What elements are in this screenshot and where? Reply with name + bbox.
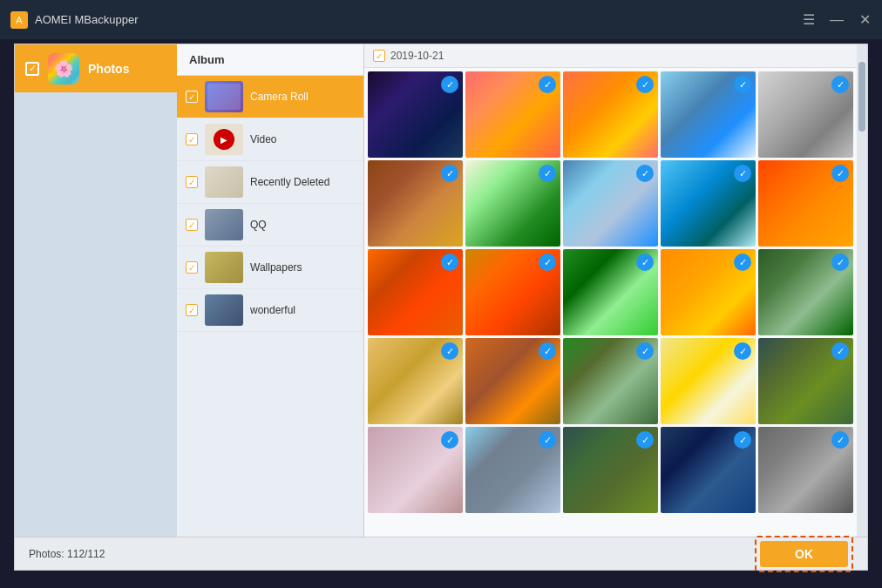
scrollbar-thumb[interactable] <box>858 62 865 132</box>
photo-cell-23[interactable]: ✓ <box>563 427 658 513</box>
left-panel-content <box>15 92 177 537</box>
wonderful-checkbox[interactable]: ✓ <box>186 304 198 316</box>
photo-cell-24[interactable]: ✓ <box>661 427 756 513</box>
album-item-camera-roll[interactable]: ✓ Camera Roll <box>177 76 363 118</box>
qq-label: QQ <box>250 219 355 231</box>
photos-section-header[interactable]: ✓ 🌸 Photos <box>15 44 177 92</box>
photo-checkmark: ✓ <box>831 76 849 93</box>
photos-checkbox[interactable]: ✓ <box>25 62 39 76</box>
content-area: ✓ 🌸 Photos Album ✓ Camera Roll ✓ <box>15 44 867 537</box>
album-item-video[interactable]: ✓ ▶ Video <box>177 118 363 161</box>
wonderful-thumbnail <box>205 294 243 326</box>
recently-deleted-checkbox[interactable]: ✓ <box>186 176 198 188</box>
photo-cell-21[interactable]: ✓ <box>368 427 463 513</box>
photo-cell-7[interactable]: ✓ <box>465 160 560 247</box>
photo-cell-13[interactable]: ✓ <box>563 249 658 335</box>
photo-checkmark: ✓ <box>539 76 556 93</box>
app-icon: A <box>10 11 28 29</box>
camera-roll-checkbox[interactable]: ✓ <box>186 91 198 103</box>
wallpapers-checkbox[interactable]: ✓ <box>186 261 198 274</box>
video-thumbnail: ▶ <box>205 124 243 155</box>
menu-icon[interactable]: ☰ <box>802 13 816 27</box>
photo-cell-11[interactable]: ✓ <box>368 249 463 335</box>
photo-cell-16[interactable]: ✓ <box>368 338 463 424</box>
photo-cell-5[interactable]: ✓ <box>758 71 853 158</box>
wallpapers-thumbnail <box>205 252 243 283</box>
date-header: ✓ 2019-10-21 <box>364 44 857 68</box>
date-label: 2019-10-21 <box>390 50 444 62</box>
photos-label: Photos <box>88 62 129 76</box>
app-title-area: A AOMEI MBackupper <box>10 11 139 29</box>
camera-roll-label: Camera Roll <box>250 91 355 103</box>
photos-icon: 🌸 <box>48 53 79 84</box>
status-text: Photos: 112/112 <box>29 548 105 560</box>
video-label: Video <box>250 133 355 145</box>
photo-cell-18[interactable]: ✓ <box>563 338 658 424</box>
photo-cell-4[interactable]: ✓ <box>661 71 756 158</box>
photo-panel: ✓ 2019-10-21 ✓✓✓✓✓✓✓✓✓✓✓✓✓✓✓✓✓✓✓✓✓✓✓✓✓ <box>364 44 857 537</box>
album-item-wonderful[interactable]: ✓ wonderful <box>177 289 363 332</box>
video-checkbox[interactable]: ✓ <box>186 133 198 145</box>
photo-checkmark: ✓ <box>441 76 458 93</box>
titlebar: A AOMEI MBackupper ☰ — ✕ <box>0 0 882 39</box>
ok-button[interactable]: OK <box>760 541 848 567</box>
bottom-right: OK <box>755 536 853 572</box>
photo-cell-6[interactable]: ✓ <box>368 160 463 247</box>
ok-button-wrapper: OK <box>755 536 853 572</box>
photo-cell-25[interactable]: ✓ <box>758 427 853 513</box>
photo-cell-20[interactable]: ✓ <box>758 338 853 424</box>
photo-cell-9[interactable]: ✓ <box>661 160 756 247</box>
album-item-wallpapers[interactable]: ✓ Wallpapers <box>177 247 363 289</box>
left-panel: ✓ 🌸 Photos <box>15 44 177 537</box>
qq-checkbox[interactable]: ✓ <box>186 219 198 231</box>
photo-checkmark: ✓ <box>441 165 458 182</box>
photo-checkmark: ✓ <box>734 165 751 182</box>
album-item-recently-deleted[interactable]: ✓ Recently Deleted <box>177 161 363 204</box>
photo-cell-8[interactable]: ✓ <box>563 160 658 247</box>
photo-cell-17[interactable]: ✓ <box>465 338 560 424</box>
photo-grid: ✓✓✓✓✓✓✓✓✓✓✓✓✓✓✓✓✓✓✓✓✓✓✓✓✓ <box>364 68 857 537</box>
photo-cell-3[interactable]: ✓ <box>563 71 658 158</box>
photo-cell-14[interactable]: ✓ <box>661 249 756 335</box>
photo-cell-15[interactable]: ✓ <box>758 249 853 335</box>
bottom-bar: Photos: 112/112 OK <box>15 537 867 570</box>
wallpapers-label: Wallpapers <box>250 261 355 274</box>
minimize-button[interactable]: — <box>830 13 844 27</box>
qq-thumbnail <box>205 209 243 240</box>
album-header: Album <box>177 44 363 76</box>
close-button[interactable]: ✕ <box>858 13 872 27</box>
app-title: AOMEI MBackupper <box>35 13 139 26</box>
scrollbar-track[interactable] <box>857 44 867 537</box>
window-controls: ☰ — ✕ <box>802 13 872 27</box>
photo-checkmark: ✓ <box>636 76 654 93</box>
video-icon: ▶ <box>214 129 234 150</box>
photo-checkmark: ✓ <box>831 165 849 182</box>
photo-checkmark: ✓ <box>636 165 654 182</box>
photo-cell-12[interactable]: ✓ <box>465 249 560 335</box>
wonderful-label: wonderful <box>250 304 355 316</box>
main-window: ✓ 🌸 Photos Album ✓ Camera Roll ✓ <box>14 44 868 571</box>
photo-cell-10[interactable]: ✓ <box>758 160 853 247</box>
photo-checkmark: ✓ <box>539 165 556 182</box>
album-panel: Album ✓ Camera Roll ✓ ▶ Video <box>177 44 364 537</box>
photo-cell-22[interactable]: ✓ <box>465 427 560 513</box>
photo-cell-2[interactable]: ✓ <box>465 71 560 158</box>
photo-cell-19[interactable]: ✓ <box>661 338 756 424</box>
recently-deleted-label: Recently Deleted <box>250 176 355 188</box>
photo-checkmark: ✓ <box>734 76 751 93</box>
date-checkbox[interactable]: ✓ <box>373 50 385 62</box>
camera-roll-thumbnail <box>205 81 243 112</box>
photo-cell-1[interactable]: ✓ <box>368 71 463 158</box>
recently-deleted-thumbnail <box>205 166 243 198</box>
album-item-qq[interactable]: ✓ QQ <box>177 204 363 247</box>
